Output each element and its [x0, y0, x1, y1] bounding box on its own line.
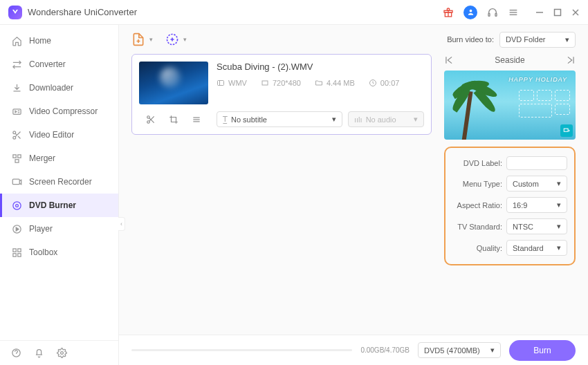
- sidebar-collapse-toggle[interactable]: ‹: [118, 217, 125, 231]
- tv-standard-select[interactable]: NTSC▾: [506, 218, 567, 234]
- svg-point-2: [469, 10, 472, 12]
- close-icon[interactable]: [571, 8, 580, 17]
- compressor-icon: [11, 106, 22, 117]
- nav-label: Merger: [29, 153, 55, 163]
- svg-rect-24: [12, 253, 15, 256]
- sidebar-item-converter[interactable]: Converter: [0, 53, 118, 76]
- template-preview[interactable]: HAPPY HOLIDAY: [444, 71, 576, 140]
- sidebar: Home Converter Downloader Video Compress…: [0, 25, 119, 365]
- tv-standard-value: NTSC: [513, 223, 533, 231]
- chevron-down-icon: ▾: [557, 222, 561, 231]
- menu-type-select[interactable]: Custom▾: [506, 176, 567, 191]
- nav-label: Converter: [29, 59, 66, 69]
- add-file-button[interactable]: [131, 32, 153, 46]
- merger-icon: [11, 153, 22, 164]
- chevron-down-icon: ▾: [565, 35, 569, 44]
- svg-rect-25: [17, 253, 20, 256]
- user-avatar[interactable]: [463, 6, 477, 19]
- nav-label: Home: [29, 36, 51, 46]
- svg-rect-30: [262, 81, 268, 85]
- chevron-down-icon: ▾: [557, 243, 561, 252]
- more-icon[interactable]: [192, 115, 201, 124]
- settings-icon[interactable]: [57, 348, 67, 358]
- clock-icon: [369, 79, 377, 87]
- chevron-down-icon: ▾: [332, 115, 336, 124]
- play-icon: [11, 223, 22, 234]
- video-thumbnail[interactable]: [139, 62, 208, 104]
- svg-rect-29: [218, 81, 224, 86]
- quality-label: Quality:: [452, 244, 502, 252]
- prev-template-button[interactable]: [444, 55, 454, 65]
- svg-rect-23: [17, 248, 20, 251]
- film-icon: [217, 79, 225, 87]
- sidebar-item-player[interactable]: Player: [0, 217, 118, 241]
- size-text: 0.00GB/4.70GB: [360, 346, 410, 354]
- burn-to-value: DVD Folder: [506, 35, 545, 44]
- sidebar-item-home[interactable]: Home: [0, 29, 118, 53]
- audio-select[interactable]: ıılıNo audio ▾: [348, 111, 424, 127]
- scissors-icon: [11, 129, 22, 140]
- maximize-icon[interactable]: [553, 8, 562, 17]
- template-banner: HAPPY HOLIDAY: [508, 76, 567, 83]
- burn-button[interactable]: Burn: [509, 340, 576, 361]
- app-logo: [8, 6, 22, 19]
- file-format: WMV: [228, 79, 247, 87]
- subtitle-select[interactable]: T̲No subtitle ▾: [217, 111, 342, 127]
- sidebar-item-recorder[interactable]: Screen Recorder: [0, 170, 118, 194]
- sidebar-item-toolbox[interactable]: Toolbox: [0, 241, 118, 264]
- template-name: Seaside: [495, 55, 524, 65]
- nav-label: Toolbox: [29, 247, 57, 257]
- add-url-button[interactable]: [165, 32, 187, 46]
- file-resolution: 720*480: [273, 79, 301, 87]
- aspect-ratio-label: Aspect Ratio:: [452, 201, 502, 209]
- sidebar-item-dvd-burner[interactable]: DVD Burner: [0, 194, 118, 217]
- file-card[interactable]: Scuba Diving - (2).WMV WMV 720*480 4.44 …: [131, 54, 432, 135]
- dvd-settings-panel: DVD Label: Menu Type: Custom▾ Aspect Rat…: [444, 147, 576, 265]
- svg-rect-16: [17, 154, 20, 157]
- aspect-ratio-select[interactable]: 16:9▾: [506, 197, 567, 213]
- disc-icon: [11, 200, 22, 211]
- crop-icon[interactable]: [169, 115, 178, 124]
- sidebar-item-editor[interactable]: Video Editor: [0, 123, 118, 147]
- menu-type-label: Menu Type:: [452, 180, 502, 188]
- download-icon: [11, 82, 22, 93]
- sidebar-item-merger[interactable]: Merger: [0, 147, 118, 170]
- burn-to-label: Burn video to:: [447, 35, 494, 44]
- audio-value: No audio: [366, 115, 396, 124]
- chevron-down-icon: ▾: [557, 179, 561, 188]
- burn-to-select[interactable]: DVD Folder ▾: [499, 32, 576, 48]
- headset-icon[interactable]: [487, 7, 498, 18]
- next-template-button[interactable]: [566, 55, 576, 65]
- svg-rect-37: [564, 129, 568, 131]
- svg-point-27: [61, 352, 64, 355]
- menu-type-value: Custom: [513, 180, 539, 188]
- dvd-label-input[interactable]: [506, 156, 567, 170]
- svg-rect-17: [15, 159, 19, 162]
- chevron-down-icon: ▾: [490, 346, 495, 355]
- nav-label: DVD Burner: [29, 200, 76, 210]
- svg-point-20: [15, 204, 18, 207]
- menu-icon[interactable]: [508, 7, 519, 18]
- sidebar-footer: [0, 340, 118, 365]
- svg-rect-9: [555, 9, 561, 15]
- folder-icon: [315, 79, 323, 87]
- sidebar-item-downloader[interactable]: Downloader: [0, 76, 118, 100]
- file-duration: 00:07: [380, 79, 400, 87]
- chevron-down-icon: ▾: [557, 200, 561, 209]
- minimize-icon[interactable]: [535, 8, 544, 17]
- disc-type-select[interactable]: DVD5 (4700MB) ▾: [418, 342, 501, 358]
- trim-icon[interactable]: [146, 115, 156, 124]
- nav-label: Player: [29, 224, 53, 234]
- sidebar-item-compressor[interactable]: Video Compressor: [0, 100, 118, 123]
- subtitle-value: No subtitle: [231, 115, 267, 124]
- titlebar: Wondershare UniConverter: [0, 0, 588, 25]
- aspect-ratio-value: 16:9: [513, 201, 527, 209]
- svg-point-14: [12, 136, 15, 139]
- help-icon[interactable]: [11, 348, 21, 358]
- gift-icon[interactable]: [443, 7, 454, 18]
- bell-icon[interactable]: [34, 348, 44, 358]
- nav-label: Video Compressor: [29, 106, 98, 116]
- audio-icon: ıılı: [354, 115, 362, 124]
- quality-select[interactable]: Standard▾: [506, 240, 567, 256]
- edit-template-icon[interactable]: [560, 124, 573, 137]
